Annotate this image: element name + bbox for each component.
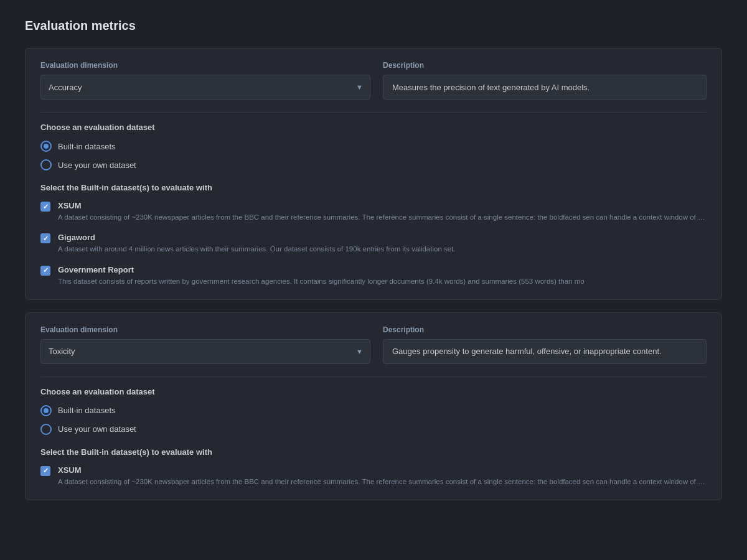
dataset-desc-gigaword-1: A dataset with around 4 million news art… xyxy=(58,244,707,254)
radio-circle-own-1 xyxy=(40,159,52,170)
dataset-section-title-2: Choose an evaluation dataset xyxy=(40,387,707,396)
dataset-text-govreport-1: Government Report This dataset consists … xyxy=(58,265,707,287)
divider-2 xyxy=(40,376,707,377)
dataset-name-gigaword-1: Gigaword xyxy=(58,233,707,242)
radio-label-own-2: Use your own dataset xyxy=(58,424,136,434)
dataset-item-gigaword-1: Gigaword A dataset with around 4 million… xyxy=(40,233,707,254)
dataset-desc-xsum-2: A dataset consisting of ~230K newspaper … xyxy=(58,477,707,487)
dataset-name-xsum-2: XSUM xyxy=(58,465,707,475)
dataset-list-2: XSUM A dataset consisting of ~230K newsp… xyxy=(40,465,707,487)
description-text-1: Measures the precision of text generated… xyxy=(383,75,707,100)
page-title: Evaluation metrics xyxy=(25,19,722,33)
dimension-select-wrapper-2: Toxicity ▼ xyxy=(40,339,370,364)
dimension-select-2[interactable]: Toxicity xyxy=(40,339,370,364)
builtin-section-title-1: Select the Built-in dataset(s) to evalua… xyxy=(40,183,707,192)
radio-circle-builtin-2 xyxy=(40,405,52,416)
dimension-col-1: Evaluation dimension Accuracy ▼ xyxy=(40,61,370,100)
dataset-text-xsum-2: XSUM A dataset consisting of ~230K newsp… xyxy=(58,465,707,487)
eval-card-toxicity: Evaluation dimension Toxicity ▼ Descript… xyxy=(25,312,722,500)
dimension-select-wrapper-1: Accuracy ▼ xyxy=(40,75,370,100)
description-label-2: Description xyxy=(383,325,707,334)
dimension-label-1: Evaluation dimension xyxy=(40,61,370,70)
checkbox-xsum-1[interactable] xyxy=(40,202,50,212)
description-col-2: Description Gauges propensity to generat… xyxy=(383,325,707,364)
radio-circle-own-2 xyxy=(40,424,52,435)
radio-label-own-1: Use your own dataset xyxy=(58,161,136,170)
radio-own-1[interactable]: Use your own dataset xyxy=(40,159,707,170)
dataset-item-xsum-2: XSUM A dataset consisting of ~230K newsp… xyxy=(40,465,707,487)
dataset-desc-govreport-1: This dataset consists of reports written… xyxy=(58,276,707,287)
divider-1 xyxy=(40,112,707,113)
checkbox-gigaword-1[interactable] xyxy=(40,233,50,243)
checkbox-xsum-2[interactable] xyxy=(40,466,50,476)
dataset-text-gigaword-1: Gigaword A dataset with around 4 million… xyxy=(58,233,707,254)
eval-card-accuracy: Evaluation dimension Accuracy ▼ Descript… xyxy=(25,48,722,300)
dataset-list-1: XSUM A dataset consisting of ~230K newsp… xyxy=(40,201,707,287)
description-text-2: Gauges propensity to generate harmful, o… xyxy=(383,339,707,364)
description-col-1: Description Measures the precision of te… xyxy=(383,61,707,100)
radio-label-builtin-2: Built-in datasets xyxy=(58,406,116,415)
dataset-name-xsum-1: XSUM xyxy=(58,201,707,210)
radio-circle-builtin-1 xyxy=(40,141,52,152)
dataset-item-govreport-1: Government Report This dataset consists … xyxy=(40,265,707,287)
builtin-section-title-2: Select the Built-in dataset(s) to evalua… xyxy=(40,447,707,457)
dataset-section-title-1: Choose an evaluation dataset xyxy=(40,123,707,132)
dataset-desc-xsum-1: A dataset consisting of ~230K newspaper … xyxy=(58,212,707,223)
checkbox-govreport-1[interactable] xyxy=(40,266,50,276)
radio-own-2[interactable]: Use your own dataset xyxy=(40,424,707,435)
dataset-name-govreport-1: Government Report xyxy=(58,265,707,274)
description-label-1: Description xyxy=(383,61,707,70)
radio-group-1: Built-in datasets Use your own dataset xyxy=(40,141,707,170)
dataset-item-xsum-1: XSUM A dataset consisting of ~230K newsp… xyxy=(40,201,707,223)
radio-group-2: Built-in datasets Use your own dataset xyxy=(40,405,707,435)
dimension-label-2: Evaluation dimension xyxy=(40,325,370,334)
radio-builtin-2[interactable]: Built-in datasets xyxy=(40,405,707,416)
dimension-select-1[interactable]: Accuracy xyxy=(40,75,370,100)
radio-builtin-1[interactable]: Built-in datasets xyxy=(40,141,707,152)
dimension-col-2: Evaluation dimension Toxicity ▼ xyxy=(40,325,370,364)
dataset-text-xsum-1: XSUM A dataset consisting of ~230K newsp… xyxy=(58,201,707,223)
radio-label-builtin-1: Built-in datasets xyxy=(58,142,116,151)
